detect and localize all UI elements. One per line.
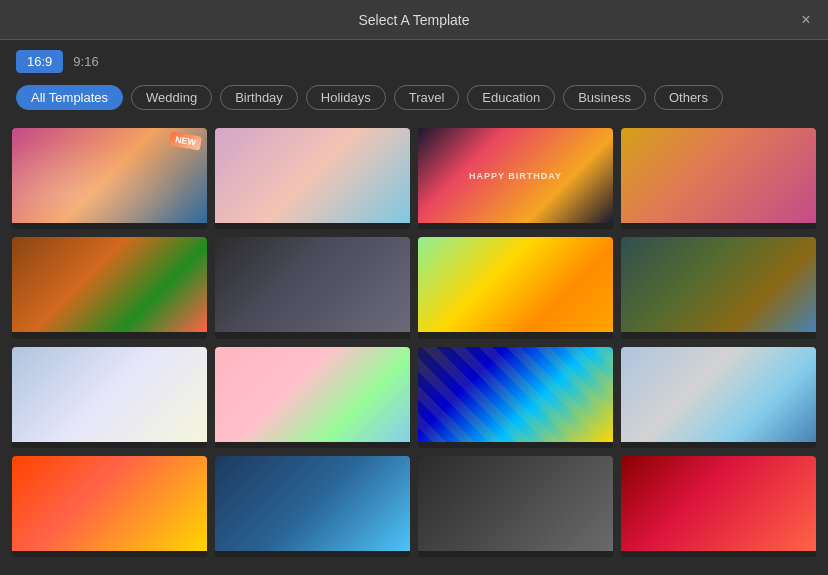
close-button[interactable]: × — [796, 10, 816, 30]
template-label-christmas: Christmas — [12, 332, 207, 338]
template-grid: NEW Children's Day Anniversary Birthday … — [0, 120, 828, 565]
template-card-easter2[interactable]: Easter2 — [621, 237, 816, 338]
template-thumb-demonstration — [215, 237, 410, 332]
ratio-bar: 16:9 9:16 — [0, 40, 828, 79]
template-thumb-anniversary — [215, 128, 410, 223]
ratio-16-9-button[interactable]: 16:9 — [16, 50, 63, 73]
template-thumb-easter1 — [418, 237, 613, 332]
template-card-bottom4[interactable] — [621, 456, 816, 557]
filter-education[interactable]: Education — [467, 85, 555, 110]
filter-travel[interactable]: Travel — [394, 85, 460, 110]
filter-holidays[interactable]: Holidays — [306, 85, 386, 110]
filter-others[interactable]: Others — [654, 85, 723, 110]
template-card-celebrations[interactable]: Celebrations — [621, 128, 816, 229]
template-thumb-bottom1 — [12, 456, 207, 551]
template-thumb-christmas — [12, 237, 207, 332]
template-label-familytrip: FamilyTrip — [621, 442, 816, 448]
template-label-childrens-day: Children's Day — [12, 223, 207, 229]
template-card-bottom1[interactable] — [12, 456, 207, 557]
titlebar: Select A Template × — [0, 0, 828, 40]
template-card-events[interactable]: Events — [418, 347, 613, 448]
filter-business[interactable]: Business — [563, 85, 646, 110]
template-label-engagement2: Engagement2 — [215, 442, 410, 448]
template-card-bottom2[interactable] — [215, 456, 410, 557]
template-thumb-bottom4 — [621, 456, 816, 551]
template-label-demonstration: Demonstration — [215, 332, 410, 338]
filter-bar: All Templates Wedding Birthday Holidays … — [0, 79, 828, 120]
template-card-engagement[interactable]: Engagement — [12, 347, 207, 448]
template-card-engagement2[interactable]: Engagement2 — [215, 347, 410, 448]
template-label-easter2: Easter2 — [621, 332, 816, 338]
template-thumb-bottom3 — [418, 456, 613, 551]
template-card-christmas[interactable]: Christmas — [12, 237, 207, 338]
new-badge: NEW — [169, 131, 202, 150]
template-label-birthday: Birthday — [418, 223, 613, 229]
template-thumb-birthday — [418, 128, 613, 223]
filter-all-templates[interactable]: All Templates — [16, 85, 123, 110]
template-thumb-events — [418, 347, 613, 442]
template-card-anniversary[interactable]: Anniversary — [215, 128, 410, 229]
template-thumb-familytrip — [621, 347, 816, 442]
template-label-anniversary: Anniversary — [215, 223, 410, 229]
template-label-bottom2 — [215, 551, 410, 557]
template-thumb-engagement — [12, 347, 207, 442]
template-card-demonstration[interactable]: Demonstration — [215, 237, 410, 338]
template-card-childrens-day[interactable]: NEW Children's Day — [12, 128, 207, 229]
template-thumb-bottom2 — [215, 456, 410, 551]
template-thumb-easter2 — [621, 237, 816, 332]
filter-wedding[interactable]: Wedding — [131, 85, 212, 110]
template-label-bottom3 — [418, 551, 613, 557]
filter-birthday[interactable]: Birthday — [220, 85, 298, 110]
template-thumb-celebrations — [621, 128, 816, 223]
template-card-birthday[interactable]: Birthday — [418, 128, 613, 229]
template-label-engagement: Engagement — [12, 442, 207, 448]
template-label-bottom1 — [12, 551, 207, 557]
ratio-9-16-text[interactable]: 9:16 — [73, 54, 98, 69]
template-thumb-engagement2 — [215, 347, 410, 442]
dialog-title: Select A Template — [358, 12, 469, 28]
template-label-bottom4 — [621, 551, 816, 557]
template-card-easter1[interactable]: Easter1 — [418, 237, 613, 338]
template-card-familytrip[interactable]: FamilyTrip — [621, 347, 816, 448]
template-label-celebrations: Celebrations — [621, 223, 816, 229]
template-label-easter1: Easter1 — [418, 332, 613, 338]
template-thumb-childrens-day: NEW — [12, 128, 207, 223]
template-card-bottom3[interactable] — [418, 456, 613, 557]
template-label-events: Events — [418, 442, 613, 448]
